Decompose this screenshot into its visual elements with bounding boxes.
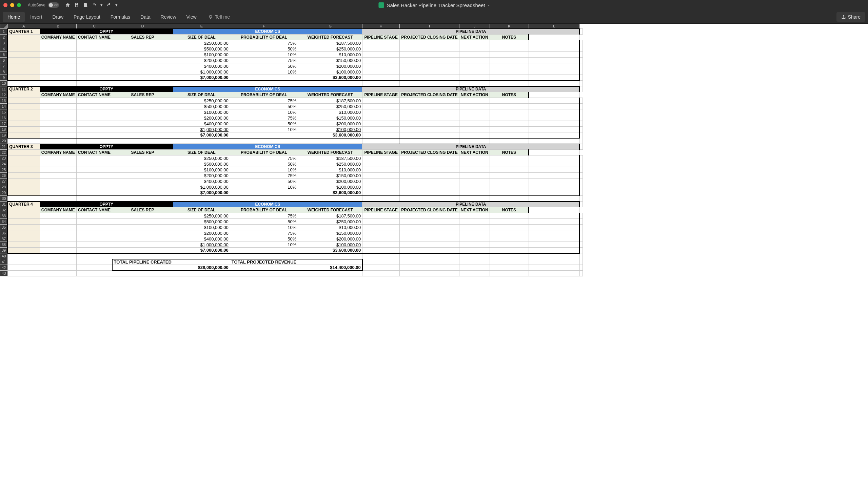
- zoom-window[interactable]: [17, 3, 21, 7]
- tab-home[interactable]: Home: [3, 12, 25, 22]
- document-title[interactable]: Sales Hacker Pipeline Tracker Spreadshee…: [378, 2, 489, 8]
- tab-page-layout[interactable]: Page Layout: [69, 12, 105, 22]
- svg-point-0: [209, 15, 212, 18]
- document-title-text: Sales Hacker Pipeline Tracker Spreadshee…: [387, 2, 485, 8]
- autosave-label: AutoSave: [28, 3, 45, 7]
- tab-view[interactable]: View: [182, 12, 201, 22]
- tab-draw[interactable]: Draw: [47, 12, 68, 22]
- tab-insert[interactable]: Insert: [25, 12, 47, 22]
- excel-icon: [378, 2, 384, 8]
- close-window[interactable]: [3, 3, 7, 7]
- chevron-down-icon[interactable]: ▾: [488, 3, 490, 7]
- share-button[interactable]: Share: [836, 12, 865, 22]
- redo-icon[interactable]: [106, 2, 112, 8]
- ribbon-tabs: HomeInsertDrawPage LayoutFormulasDataRev…: [3, 12, 201, 22]
- autosave-control[interactable]: AutoSave Off: [28, 2, 59, 8]
- tab-data[interactable]: Data: [136, 12, 155, 22]
- quick-access-toolbar: ▾ ▾: [65, 2, 118, 8]
- titlebar: AutoSave Off ▾ ▾ Sales Hacker Pipeline T…: [0, 0, 868, 10]
- window-controls: [3, 3, 21, 7]
- tell-me-label: Tell me: [215, 14, 230, 20]
- tab-formulas[interactable]: Formulas: [106, 12, 135, 22]
- ribbon: HomeInsertDrawPage LayoutFormulasDataRev…: [0, 10, 868, 24]
- save-icon[interactable]: [74, 2, 79, 8]
- tell-me-search[interactable]: Tell me: [208, 14, 230, 20]
- minimize-window[interactable]: [10, 3, 14, 7]
- home-icon[interactable]: [65, 2, 71, 8]
- qat-customize-icon[interactable]: ▾: [115, 2, 118, 8]
- tab-review[interactable]: Review: [156, 12, 181, 22]
- autosave-toggle[interactable]: Off: [48, 2, 59, 8]
- share-icon: [841, 15, 846, 19]
- share-label: Share: [848, 14, 861, 20]
- save-new-icon[interactable]: [83, 2, 88, 8]
- undo-icon[interactable]: [92, 2, 97, 8]
- lightbulb-icon: [208, 15, 213, 19]
- undo-dropdown-icon[interactable]: ▾: [100, 2, 103, 8]
